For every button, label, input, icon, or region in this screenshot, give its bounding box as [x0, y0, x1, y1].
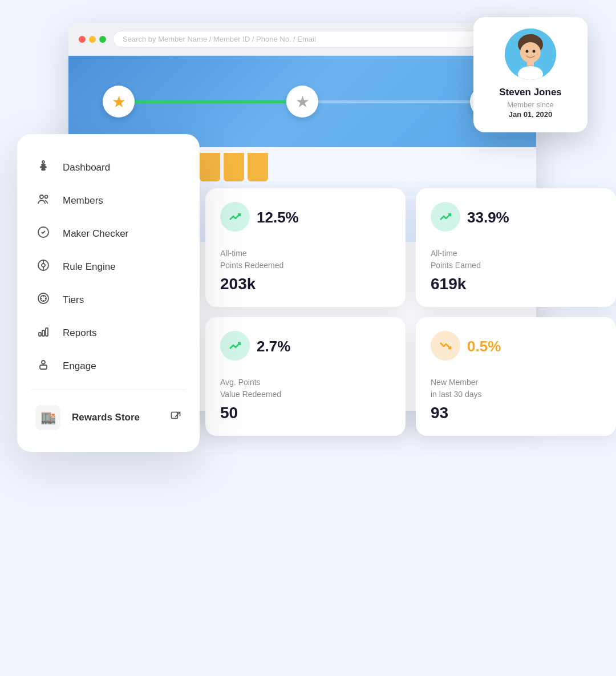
- sidebar-panel: Dashboard Members Maker Checker: [17, 134, 200, 452]
- sidebar-item-tiers[interactable]: Tiers: [17, 284, 200, 317]
- external-link-icon: [170, 411, 181, 425]
- tier-track: ★ ★ ★: [103, 86, 502, 118]
- tiers-icon: [35, 292, 51, 309]
- svg-point-11: [38, 293, 48, 303]
- sidebar-item-dashboard[interactable]: Dashboard: [17, 151, 200, 184]
- engage-icon: [35, 358, 51, 375]
- nav-divider: [31, 390, 186, 390]
- trend-badge-up-2: [431, 202, 460, 232]
- sidebar-item-rewards-store[interactable]: 🏬 Rewards Store: [17, 397, 200, 438]
- sidebar-item-members[interactable]: Members: [17, 184, 200, 217]
- svg-rect-17: [40, 365, 47, 369]
- stat-card-new-members: 0.5% New Memberin last 30 days 93: [416, 317, 616, 436]
- sidebar-engage-label: Engage: [63, 361, 96, 372]
- browser-dot-3: [99, 36, 106, 43]
- sidebar-dashboard-label: Dashboard: [63, 162, 110, 173]
- tier-star-1: ★: [112, 92, 126, 111]
- stat-card-points-earned: 33.9% All-timePoints Earned 619k: [416, 188, 616, 307]
- profile-member-since-label: Member since: [491, 100, 570, 109]
- svg-rect-3: [42, 169, 45, 170]
- stat-label-1: All-timePoints Redeemed: [220, 248, 391, 272]
- svg-point-0: [42, 161, 44, 163]
- dashboard-icon: [35, 159, 51, 176]
- stats-area: 12.5% All-timePoints Redeemed 203k 33.9%…: [205, 188, 616, 436]
- awning-strip: [200, 153, 220, 181]
- svg-rect-22: [527, 61, 534, 66]
- rewards-store-icon-box: 🏬: [35, 405, 60, 430]
- tier-node-1: ★: [103, 86, 135, 118]
- tier-bar-area: ★ ★ ★: [68, 56, 536, 147]
- sidebar-item-reports[interactable]: Reports: [17, 317, 200, 350]
- profile-member-since-date: Jan 01, 2020: [491, 110, 570, 119]
- rewards-store-label: Rewards Store: [72, 412, 140, 423]
- svg-rect-1: [42, 164, 45, 165]
- stat-card-points-redeemed: 12.5% All-timePoints Redeemed 203k: [205, 188, 406, 307]
- sidebar-maker-checker-label: Maker Checker: [63, 228, 128, 240]
- profile-avatar: [505, 29, 556, 80]
- awning-strip: [224, 153, 244, 181]
- browser-dot-1: [79, 36, 86, 43]
- svg-rect-13: [39, 333, 41, 336]
- members-icon: [35, 192, 51, 209]
- tier-nodes: ★ ★ ★: [103, 86, 502, 118]
- svg-rect-2: [40, 167, 46, 168]
- profile-name: Steven Jones: [491, 87, 570, 98]
- svg-point-4: [40, 195, 43, 199]
- sidebar-item-engage[interactable]: Engage: [17, 350, 200, 383]
- reports-icon: [35, 325, 51, 342]
- sidebar-members-label: Members: [63, 195, 103, 207]
- search-placeholder: Search by Member Name / Member ID / Phon…: [123, 35, 316, 43]
- trend-badge-up-3: [220, 331, 250, 361]
- sidebar-tiers-label: Tiers: [63, 294, 84, 306]
- scene: Search by Member Name / Member ID / Phon…: [0, 0, 616, 676]
- stat-label-4: New Memberin last 30 days: [431, 377, 601, 400]
- browser-dots: [79, 36, 106, 43]
- svg-point-8: [42, 264, 45, 267]
- stat-label-2: All-timePoints Earned: [431, 248, 601, 272]
- stat-percent-2: 33.9%: [467, 209, 509, 226]
- tier-node-2: ★: [286, 86, 318, 118]
- stat-percent-4: 0.5%: [467, 338, 501, 355]
- trend-badge-down-4: [431, 331, 460, 361]
- stat-label-3: Avg. PointsValue Redeemed: [220, 377, 391, 400]
- svg-point-16: [42, 361, 45, 364]
- browser-search-bar[interactable]: Search by Member Name / Member ID / Phon…: [113, 31, 526, 47]
- trend-badge-up-1: [220, 202, 250, 232]
- svg-point-24: [526, 50, 529, 53]
- stat-value-1: 203k: [220, 275, 391, 293]
- browser-dot-2: [89, 36, 96, 43]
- sidebar-item-rule-engine[interactable]: Rule Engine: [17, 250, 200, 284]
- svg-point-5: [45, 196, 48, 199]
- awning-strip: [248, 153, 268, 181]
- browser-chrome: Search by Member Name / Member ID / Phon…: [68, 23, 536, 56]
- rule-engine-icon: [35, 258, 51, 276]
- svg-rect-15: [46, 328, 48, 336]
- sidebar-reports-label: Reports: [63, 327, 97, 339]
- stat-card-avg-value: 2.7% Avg. PointsValue Redeemed 50: [205, 317, 406, 436]
- stat-percent-3: 2.7%: [257, 338, 290, 355]
- svg-rect-14: [42, 330, 44, 336]
- stat-percent-1: 12.5%: [257, 209, 299, 226]
- maker-checker-icon: [35, 225, 51, 242]
- svg-point-21: [520, 42, 541, 63]
- svg-point-25: [533, 50, 536, 53]
- stat-value-2: 619k: [431, 275, 601, 293]
- stat-value-3: 50: [220, 404, 391, 422]
- rewards-store-icon: 🏬: [40, 410, 56, 425]
- tier-star-2: ★: [295, 92, 310, 111]
- stat-value-4: 93: [431, 404, 601, 422]
- sidebar-item-maker-checker[interactable]: Maker Checker: [17, 217, 200, 250]
- sidebar-rule-engine-label: Rule Engine: [63, 261, 116, 273]
- profile-card: Steven Jones Member since Jan 01, 2020: [473, 17, 587, 132]
